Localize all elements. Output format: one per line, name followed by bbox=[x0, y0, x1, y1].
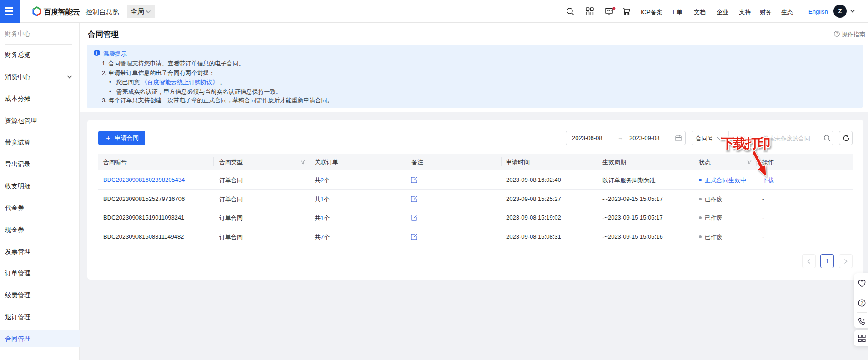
svg-text:下载打印: 下载打印 bbox=[721, 136, 770, 150]
svg-text:?: ? bbox=[861, 300, 863, 305]
svg-text:?: ? bbox=[836, 31, 838, 36]
